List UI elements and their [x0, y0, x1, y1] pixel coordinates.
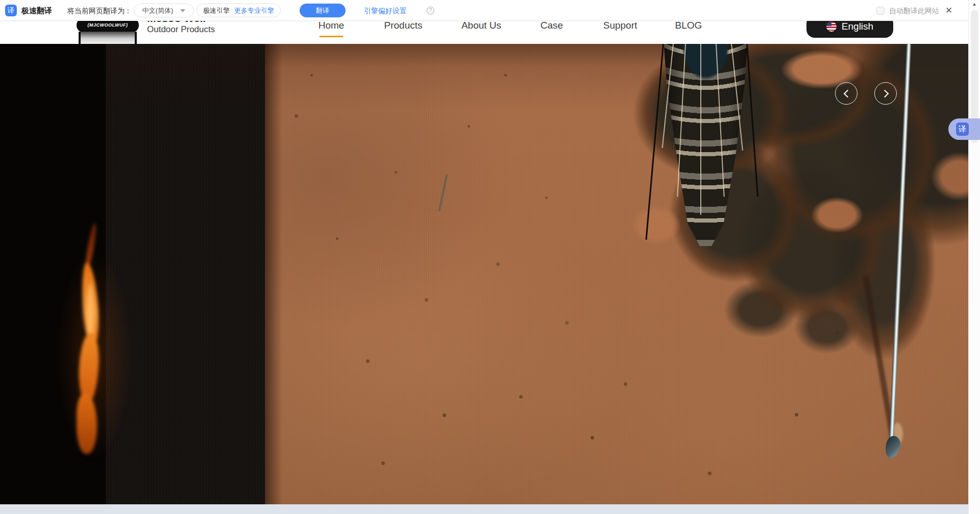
auto-translate-label: 自动翻译此网站	[889, 7, 939, 16]
campfire-flame	[0, 44, 265, 504]
help-icon[interactable]: ?	[427, 7, 434, 14]
more-engines-link[interactable]: 更多专业引擎	[234, 6, 274, 15]
next-section-edge	[0, 504, 968, 514]
nav-item-about-us[interactable]: About Us	[461, 20, 501, 31]
engine-box: 极速引擎 更多专业引擎	[197, 4, 281, 17]
carousel-prev-button[interactable]	[835, 82, 857, 105]
twig	[438, 174, 448, 211]
ground-shadow	[582, 44, 968, 422]
translate-button[interactable]: 翻译	[300, 4, 346, 17]
floating-translate-button[interactable]: 译	[948, 118, 980, 140]
nav-item-products[interactable]: Products	[384, 20, 423, 31]
us-flag-icon	[826, 21, 837, 32]
brand-subtitle: Outdoor Products	[147, 25, 215, 35]
site-logo[interactable]: (MJCWOOLWUF)	[77, 18, 139, 44]
nav-item-home[interactable]: Home	[318, 20, 345, 31]
chevron-left-icon	[844, 90, 852, 98]
hero-carousel	[0, 44, 968, 504]
toolbar-brand: 极速翻译	[21, 6, 52, 16]
nav-item-blog[interactable]: BLOG	[675, 20, 702, 31]
translate-pill-icon: 译	[956, 123, 969, 136]
engine-preferences-link[interactable]: 引擎偏好设置	[364, 7, 407, 16]
target-language-select[interactable]: 中文(简体)	[134, 4, 194, 17]
language-label: English	[842, 21, 873, 32]
hero-slide-dirt-ground	[265, 44, 968, 504]
wheel-spoke	[700, 44, 701, 215]
auto-translate-checkbox[interactable]	[876, 7, 885, 15]
translate-target-label: 将当前网页翻译为：	[67, 7, 132, 16]
active-nav-underline	[320, 36, 343, 37]
dirt-pebbles	[265, 44, 266, 45]
selected-language: 中文(简体)	[142, 6, 174, 15]
nav-item-case[interactable]: Case	[541, 20, 563, 31]
translate-extension-icon: 译	[5, 5, 17, 16]
chevron-right-icon	[881, 90, 889, 98]
nav-item-support[interactable]: Support	[603, 20, 638, 31]
caret-down-icon	[180, 9, 185, 12]
site-header: (MJCWOOLWUF) Mesoo Well Outdoor Products…	[0, 21, 968, 44]
page-scrollbar[interactable]: ▲	[968, 0, 980, 514]
hero-slide-campfire	[0, 44, 265, 504]
translate-toolbar: 译 极速翻译 将当前网页翻译为： 中文(简体) 极速引擎 更多专业引擎 翻译 引…	[0, 0, 980, 21]
carousel-next-button[interactable]	[874, 82, 897, 105]
scrollbar-up-arrow[interactable]: ▲	[969, 2, 980, 7]
close-toolbar-icon[interactable]: ✕	[945, 5, 952, 16]
current-engine-label: 极速引擎	[203, 6, 230, 15]
